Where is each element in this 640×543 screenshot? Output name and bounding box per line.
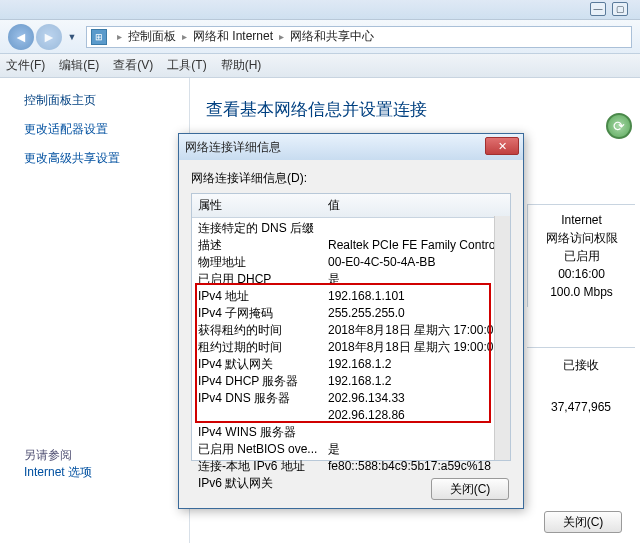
sidebar-internet-options[interactable]: Internet 选项: [24, 464, 189, 481]
sidebar-see-also: 另请参阅: [24, 447, 189, 464]
property-key: 获得租约的时间: [198, 322, 328, 339]
dialog-label: 网络连接详细信息(D):: [191, 170, 511, 187]
menu-file[interactable]: 文件(F): [6, 57, 45, 74]
minimize-icon[interactable]: —: [590, 2, 606, 16]
menu-edit[interactable]: 编辑(E): [59, 57, 99, 74]
menu-help[interactable]: 帮助(H): [221, 57, 262, 74]
property-key: IPv4 WINS 服务器: [198, 424, 328, 441]
history-dropdown-icon[interactable]: ▼: [66, 32, 78, 42]
close-button[interactable]: 关闭(C): [431, 478, 509, 500]
property-value: [328, 424, 504, 441]
sidebar-adapter-settings[interactable]: 更改适配器设置: [24, 121, 189, 138]
dialog-titlebar[interactable]: 网络连接详细信息 ✕: [179, 134, 523, 160]
crumb-control-panel[interactable]: 控制面板: [128, 28, 176, 45]
menu-bar: 文件(F) 编辑(E) 查看(V) 工具(T) 帮助(H): [0, 54, 640, 78]
property-row[interactable]: 连接-本地 IPv6 地址fe80::588:b4c9:5b17:a59c%18: [192, 458, 510, 475]
property-row[interactable]: 已启用 NetBIOS ove...是: [192, 441, 510, 458]
window-titlebar: — ▢: [0, 0, 640, 20]
property-key: IPv4 默认网关: [198, 356, 328, 373]
property-key: 物理地址: [198, 254, 328, 271]
scrollbar[interactable]: [494, 216, 510, 460]
network-details-dialog: 网络连接详细信息 ✕ 网络连接详细信息(D): 属性 值 连接特定的 DNS 后…: [178, 133, 524, 509]
property-value: 202.96.134.33: [328, 390, 504, 407]
property-row[interactable]: 202.96.128.86: [192, 407, 510, 424]
crumb-network-internet[interactable]: 网络和 Internet: [193, 28, 273, 45]
crumb-network-sharing[interactable]: 网络和共享中心: [290, 28, 374, 45]
status-speed: 100.0 Mbps: [530, 283, 633, 301]
col-value[interactable]: 值: [322, 194, 346, 217]
parent-close-button[interactable]: 关闭(C): [544, 511, 622, 533]
property-key: 描述: [198, 237, 328, 254]
property-value: 192.168.1.2: [328, 356, 504, 373]
property-row[interactable]: IPv4 默认网关192.168.1.2: [192, 356, 510, 373]
property-key: IPv4 子网掩码: [198, 305, 328, 322]
property-list: 属性 值 连接特定的 DNS 后缀描述Realtek PCIe FE Famil…: [191, 193, 511, 461]
property-key: IPv4 DHCP 服务器: [198, 373, 328, 390]
property-value: fe80::588:b4c9:5b17:a59c%18: [328, 458, 504, 475]
property-row[interactable]: 连接特定的 DNS 后缀: [192, 220, 510, 237]
property-value: 00-E0-4C-50-4A-BB: [328, 254, 504, 271]
status-bytes: 37,477,965: [527, 398, 635, 416]
property-value: [328, 220, 504, 237]
status-panel: Internet 网络访问权限 已启用 00:16:00 100.0 Mbps …: [527, 204, 635, 416]
property-value: 192.168.1.101: [328, 288, 504, 305]
property-key: 连接-本地 IPv6 地址: [198, 458, 328, 475]
property-key: IPv6 默认网关: [198, 475, 328, 492]
property-value: 2018年8月18日 星期六 17:00:08: [328, 322, 504, 339]
property-row[interactable]: 已启用 DHCP是: [192, 271, 510, 288]
chevron-right-icon: ▸: [117, 31, 122, 42]
nav-bar: ◄ ► ▼ ⊞ ▸ 控制面板 ▸ 网络和 Internet ▸ 网络和共享中心: [0, 20, 640, 54]
status-time: 00:16:00: [530, 265, 633, 283]
property-row[interactable]: IPv4 WINS 服务器: [192, 424, 510, 441]
breadcrumb[interactable]: ⊞ ▸ 控制面板 ▸ 网络和 Internet ▸ 网络和共享中心: [86, 26, 632, 48]
refresh-icon[interactable]: ⟳: [606, 113, 632, 139]
menu-tools[interactable]: 工具(T): [167, 57, 206, 74]
property-value: 192.168.1.2: [328, 373, 504, 390]
page-title: 查看基本网络信息并设置连接: [206, 98, 624, 121]
sidebar-advanced-sharing[interactable]: 更改高级共享设置: [24, 150, 189, 167]
status-received-label: 已接收: [527, 356, 635, 374]
sidebar: 控制面板主页 更改适配器设置 更改高级共享设置 另请参阅 Internet 选项: [0, 78, 190, 543]
property-key: 已启用 DHCP: [198, 271, 328, 288]
property-row[interactable]: IPv4 DNS 服务器202.96.134.33: [192, 390, 510, 407]
close-icon[interactable]: ✕: [485, 137, 519, 155]
property-key: IPv4 地址: [198, 288, 328, 305]
property-row[interactable]: 获得租约的时间2018年8月18日 星期六 17:00:08: [192, 322, 510, 339]
maximize-icon[interactable]: ▢: [612, 2, 628, 16]
property-key: 租约过期的时间: [198, 339, 328, 356]
menu-view[interactable]: 查看(V): [113, 57, 153, 74]
control-panel-icon: ⊞: [91, 29, 107, 45]
property-row[interactable]: 描述Realtek PCIe FE Family Control: [192, 237, 510, 254]
property-value: Realtek PCIe FE Family Control: [328, 237, 504, 254]
property-value: 255.255.255.0: [328, 305, 504, 322]
status-enabled: 已启用: [530, 247, 633, 265]
property-value: 是: [328, 271, 504, 288]
property-key: IPv4 DNS 服务器: [198, 390, 328, 407]
status-internet: Internet: [530, 211, 633, 229]
col-property[interactable]: 属性: [192, 194, 322, 217]
status-access: 网络访问权限: [530, 229, 633, 247]
property-key: 已启用 NetBIOS ove...: [198, 441, 328, 458]
property-row[interactable]: IPv4 子网掩码255.255.255.0: [192, 305, 510, 322]
property-key: 连接特定的 DNS 后缀: [198, 220, 328, 237]
chevron-right-icon: ▸: [182, 31, 187, 42]
property-value: 2018年8月18日 星期六 19:00:08: [328, 339, 504, 356]
sidebar-title[interactable]: 控制面板主页: [24, 92, 189, 109]
property-key: [198, 407, 328, 424]
forward-button[interactable]: ►: [36, 24, 62, 50]
dialog-title-text: 网络连接详细信息: [185, 139, 281, 156]
property-row[interactable]: IPv4 DHCP 服务器192.168.1.2: [192, 373, 510, 390]
property-row[interactable]: 物理地址00-E0-4C-50-4A-BB: [192, 254, 510, 271]
property-row[interactable]: 租约过期的时间2018年8月18日 星期六 19:00:08: [192, 339, 510, 356]
property-value: 是: [328, 441, 504, 458]
back-button[interactable]: ◄: [8, 24, 34, 50]
chevron-right-icon: ▸: [279, 31, 284, 42]
property-row[interactable]: IPv4 地址192.168.1.101: [192, 288, 510, 305]
property-value: 202.96.128.86: [328, 407, 504, 424]
